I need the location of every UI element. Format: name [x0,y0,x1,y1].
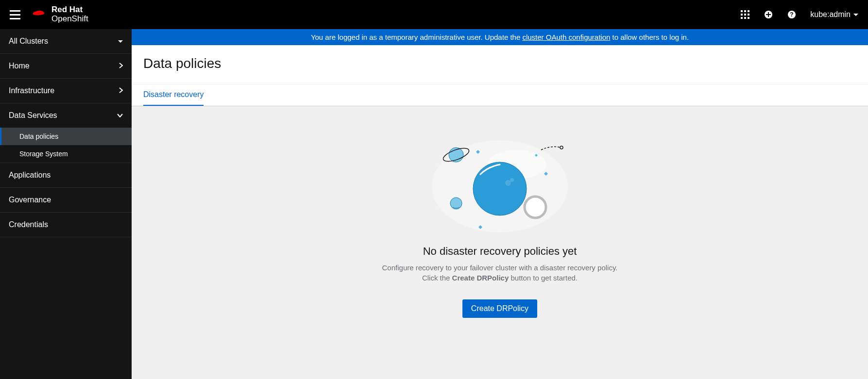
svg-rect-8 [748,17,749,19]
sidebar-item-label: Governance [9,196,51,204]
svg-rect-0 [741,10,743,12]
empty-desc-bold: Create DRPolicy [452,274,509,282]
main-content: You are logged in as a temporary adminis… [132,29,868,379]
sidebar-item-governance[interactable]: Governance [0,188,132,212]
help-icon[interactable]: ? [787,10,797,19]
sidebar-item-label: Applications [9,171,51,180]
tabs: Disaster recovery [132,84,868,106]
header-left: Red Hat OpenShift [10,5,88,23]
svg-point-20 [525,197,546,218]
sidebar-item-label: Home [9,62,30,70]
svg-rect-11 [766,14,771,15]
container: All Clusters Home Infrastructure Data [0,29,868,379]
sidebar-item-data-policies[interactable]: Data policies [0,128,132,145]
empty-state: No disaster recovery policies yet Config… [132,106,868,379]
chevron-right-icon [119,87,123,95]
svg-point-26 [560,146,563,149]
banner-text-after: to allow others to log in. [610,33,689,41]
sidebar-item-data-services[interactable]: Data Services [0,103,132,128]
chevron-right-icon [119,63,123,70]
user-label: kube:admin [810,10,851,19]
logo-text: Red Hat OpenShift [51,5,88,23]
logo-product: OpenShift [51,15,88,24]
svg-text:?: ? [790,11,794,18]
banner-text-before: You are logged in as a temporary adminis… [311,33,523,41]
empty-state-illustration [429,135,570,237]
caret-down-icon [853,14,858,16]
oauth-config-link[interactable]: cluster OAuth configuration [522,33,610,41]
sidebar-item-applications[interactable]: Applications [0,163,132,187]
menu-toggle-button[interactable] [10,10,20,19]
sidebar-item-credentials[interactable]: Credentials [0,213,132,237]
sidebar-item-label: Credentials [9,220,48,229]
chevron-down-icon [117,112,123,119]
login-banner: You are logged in as a temporary adminis… [132,29,868,45]
header-right: ? kube:admin [740,10,858,19]
sidebar-item-label: Data Services [9,111,57,120]
svg-rect-6 [741,17,743,19]
empty-desc-line1: Configure recovery to your failover clus… [382,264,618,272]
app-launcher-icon[interactable] [740,10,750,19]
svg-rect-3 [741,14,743,16]
svg-rect-2 [748,10,749,12]
sidebar: All Clusters Home Infrastructure Data [0,29,132,379]
sidebar-item-home[interactable]: Home [0,54,132,78]
sidebar-item-label: Data policies [19,132,58,140]
sidebar-item-all-clusters[interactable]: All Clusters [0,29,132,53]
sidebar-item-label: Storage System [19,150,68,158]
empty-state-description: Configure recovery to your failover clus… [382,263,618,283]
svg-rect-5 [748,14,749,16]
user-menu[interactable]: kube:admin [810,10,858,19]
tab-disaster-recovery[interactable]: Disaster recovery [143,84,204,106]
empty-desc-line2-before: Click the [422,274,452,282]
create-drpolicy-button[interactable]: Create DRPolicy [462,299,537,318]
svg-rect-1 [744,10,746,12]
svg-rect-4 [744,14,746,16]
import-icon[interactable] [764,10,773,19]
sidebar-item-label: All Clusters [9,37,48,46]
logo-brand: Red Hat [51,5,88,15]
empty-desc-line2-after: button to get started. [509,274,578,282]
caret-down-icon [118,40,123,43]
logo[interactable]: Red Hat OpenShift [32,5,88,23]
svg-point-16 [473,162,527,215]
empty-state-title: No disaster recovery policies yet [423,245,577,258]
svg-rect-7 [744,17,746,19]
redhat-icon [32,9,47,20]
sidebar-item-infrastructure[interactable]: Infrastructure [0,79,132,103]
svg-point-19 [510,178,514,182]
svg-point-18 [505,180,511,186]
page-header: Data policies [132,45,868,84]
page-title: Data policies [143,56,856,84]
sidebar-item-storage-system[interactable]: Storage System [0,145,132,163]
sidebar-item-label: Infrastructure [9,86,54,95]
top-header: Red Hat OpenShift ? kube:admin [0,0,868,29]
